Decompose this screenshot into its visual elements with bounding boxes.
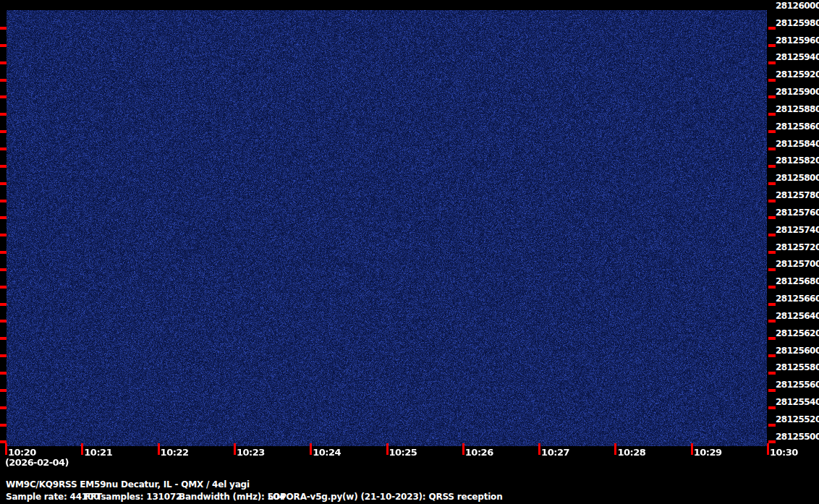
time-red-tick bbox=[234, 443, 236, 455]
right-red-tick bbox=[768, 303, 776, 306]
frequency-tick-label: 28125640 bbox=[776, 312, 819, 320]
left-red-tick bbox=[0, 337, 7, 340]
frequency-tick-label: 28125880 bbox=[776, 105, 819, 114]
spectrogram-canvas bbox=[7, 10, 767, 446]
right-red-tick bbox=[768, 130, 776, 133]
time-tick-label: 10:21 bbox=[84, 448, 112, 457]
left-red-tick bbox=[0, 389, 7, 392]
frequency-tick-label: 28125560 bbox=[776, 380, 819, 389]
right-red-tick bbox=[768, 182, 776, 185]
time-tick-label: 10:22 bbox=[161, 448, 189, 457]
frequency-tick-label: 28125820 bbox=[776, 156, 819, 165]
left-red-tick bbox=[0, 44, 7, 47]
time-red-tick bbox=[81, 443, 83, 455]
left-red-tick bbox=[0, 354, 7, 357]
frequency-tick-label: 28125940 bbox=[776, 53, 819, 61]
time-red-tick bbox=[691, 443, 693, 455]
left-red-tick bbox=[0, 216, 7, 219]
right-red-tick bbox=[768, 251, 776, 254]
time-tick-label: 10:20 bbox=[8, 448, 36, 457]
frequency-tick-label: 28125760 bbox=[776, 208, 819, 217]
left-red-tick bbox=[0, 320, 7, 323]
frequency-tick-label: 28125920 bbox=[776, 70, 819, 79]
right-red-tick bbox=[768, 95, 776, 98]
station-info-line: WM9C/KQ9RSS EM59nu Decatur, IL - QMX / 4… bbox=[6, 480, 250, 490]
time-tick-label: 10:30 bbox=[770, 448, 798, 457]
right-red-tick bbox=[768, 406, 776, 409]
right-red-tick bbox=[768, 44, 776, 47]
date-annotation: (2026-02-04) bbox=[5, 458, 69, 467]
left-red-tick bbox=[0, 424, 7, 427]
frequency-tick-label: 28125780 bbox=[776, 191, 819, 200]
left-red-tick bbox=[0, 61, 7, 64]
frequency-tick-label: 28125580 bbox=[776, 363, 819, 372]
left-red-tick bbox=[0, 182, 7, 185]
frequency-tick-label: 28125500 bbox=[776, 432, 819, 441]
right-red-tick bbox=[768, 200, 776, 202]
time-red-tick bbox=[5, 443, 7, 455]
frequency-tick-label: 28125520 bbox=[776, 415, 819, 424]
left-red-tick bbox=[0, 286, 7, 289]
time-red-tick bbox=[158, 443, 160, 455]
right-red-tick bbox=[768, 337, 776, 340]
frequency-tick-label: 28125860 bbox=[776, 122, 819, 131]
qrss-grabber-screen: 2812600028125980281259602812594028125920… bbox=[0, 0, 819, 504]
frequency-tick-label: 28125840 bbox=[776, 140, 819, 148]
right-red-tick bbox=[768, 440, 776, 443]
right-red-tick bbox=[768, 372, 776, 375]
left-red-tick bbox=[0, 251, 7, 254]
frequency-tick-label: 28125540 bbox=[776, 398, 819, 406]
left-red-tick bbox=[0, 79, 7, 82]
frequency-tick-label: 28126000 bbox=[776, 1, 819, 10]
time-red-tick bbox=[614, 443, 616, 455]
time-tick-label: 10:25 bbox=[389, 448, 417, 457]
time-tick-label: 10:28 bbox=[617, 448, 645, 457]
right-red-tick bbox=[768, 389, 776, 392]
time-tick-label: 10:24 bbox=[313, 448, 341, 457]
frequency-tick-label: 28125700 bbox=[776, 260, 819, 268]
right-red-tick bbox=[768, 27, 776, 30]
time-tick-label: 10:29 bbox=[694, 448, 722, 457]
left-red-tick bbox=[0, 95, 7, 98]
frequency-tick-label: 28125900 bbox=[776, 87, 819, 96]
time-red-tick bbox=[462, 443, 464, 455]
left-red-tick bbox=[0, 148, 7, 150]
time-red-tick bbox=[538, 443, 540, 455]
left-red-tick bbox=[0, 130, 7, 133]
left-red-tick bbox=[0, 268, 7, 271]
right-red-tick bbox=[768, 216, 776, 219]
left-red-tick bbox=[0, 27, 7, 30]
frequency-tick-label: 28125620 bbox=[776, 329, 819, 338]
left-red-tick bbox=[0, 113, 7, 116]
right-red-tick bbox=[768, 61, 776, 64]
frequency-tick-label: 28125960 bbox=[776, 36, 819, 45]
left-red-tick bbox=[0, 406, 7, 409]
frequency-tick-label: 28125720 bbox=[776, 243, 819, 252]
right-red-tick bbox=[768, 79, 776, 82]
left-red-tick bbox=[0, 372, 7, 375]
right-red-tick bbox=[768, 320, 776, 323]
frequency-tick-label: 28125800 bbox=[776, 174, 819, 182]
time-red-tick bbox=[310, 443, 312, 455]
fft-samples-label: FFTsamples: 131072 bbox=[85, 492, 182, 502]
right-red-tick bbox=[768, 268, 776, 271]
left-red-tick bbox=[0, 303, 7, 306]
right-red-tick bbox=[768, 424, 776, 427]
time-tick-label: 10:27 bbox=[541, 448, 569, 457]
right-red-tick bbox=[768, 165, 776, 168]
time-tick-label: 10:26 bbox=[465, 448, 493, 457]
time-red-tick bbox=[767, 443, 769, 455]
frequency-tick-label: 28125740 bbox=[776, 226, 819, 234]
left-red-tick bbox=[0, 200, 7, 202]
left-red-tick bbox=[0, 165, 7, 168]
left-red-tick bbox=[0, 234, 7, 236]
right-red-tick bbox=[768, 354, 776, 357]
right-red-tick bbox=[768, 234, 776, 236]
software-version-label: LOPORA-v5g.py(w) (21-10-2023): QRSS rece… bbox=[268, 492, 503, 502]
right-red-tick bbox=[768, 148, 776, 150]
right-red-tick bbox=[768, 286, 776, 289]
frequency-tick-label: 28125660 bbox=[776, 294, 819, 303]
frequency-tick-label: 28125600 bbox=[776, 346, 819, 355]
right-red-tick bbox=[768, 113, 776, 116]
frequency-tick-label: 28125680 bbox=[776, 277, 819, 286]
